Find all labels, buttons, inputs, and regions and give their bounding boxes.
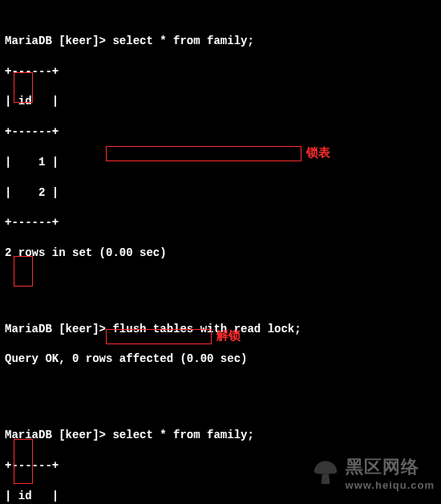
table-border: +------+ xyxy=(5,64,436,79)
sql-select-2: select * from family; xyxy=(106,429,254,441)
table-border: +------+ xyxy=(5,124,436,140)
watermark-url: www.heiqu.com xyxy=(346,478,435,493)
terminal-output: MariaDB [keer]> select * from family; +-… xyxy=(0,0,441,504)
prompt: MariaDB [keer]> xyxy=(5,35,106,47)
watermark: 黑区网络 www.heiqu.com xyxy=(312,455,435,493)
annotation-unlock: 解锁 xyxy=(216,327,241,343)
watermark-title: 黑区网络 xyxy=(346,455,435,479)
result-ok: Query OK, 0 rows affected (0.00 sec) xyxy=(5,352,436,367)
table-row: | 1 | xyxy=(5,155,436,170)
table-border: +------+ xyxy=(5,215,436,230)
result-rows: 2 rows in set (0.00 sec) xyxy=(5,246,436,261)
table-row: | 2 | xyxy=(5,185,436,201)
prompt: MariaDB [keer]> xyxy=(5,323,106,335)
prompt: MariaDB [keer]> xyxy=(5,429,106,441)
annotation-lock: 锁表 xyxy=(306,144,330,161)
sql-select-1: select * from family; xyxy=(106,35,254,47)
table-header: | id | xyxy=(5,94,436,109)
mushroom-icon xyxy=(312,458,339,490)
sql-flush: flush tables with read lock; xyxy=(106,323,301,335)
